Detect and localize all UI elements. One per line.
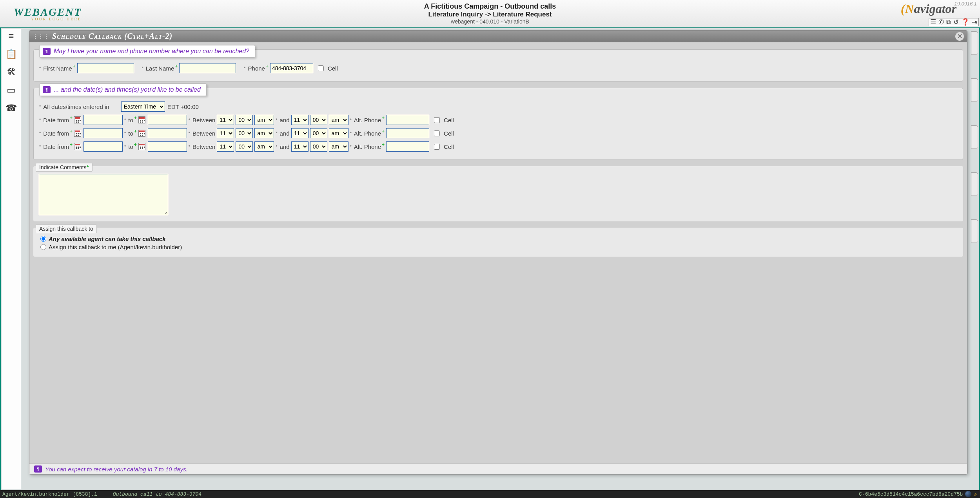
app-logo-left: WEBAGENT YOUR LOGO HERE [14,6,82,21]
list-icon[interactable]: ☰ [930,19,936,25]
window-icon[interactable]: ⧉ [946,19,951,25]
version-label: 19.0916.1 [954,1,977,7]
app-logo-right: (Navigator [901,2,956,16]
help-icon[interactable]: ❓ [961,19,969,25]
history-icon[interactable]: ↺ [953,19,959,25]
campaign-title: A Fictitious Campaign - Outbound calls [424,2,556,11]
header-iconbar: ☰ ✆ ⧉ ↺ ❓ ⇥ [929,18,979,26]
variation-link[interactable]: webagent - 040.010 - VariationB [424,18,556,25]
phone-icon[interactable]: ✆ [938,19,944,25]
header-center: A Fictitious Campaign - Outbound calls L… [424,2,556,25]
app-header: WEBAGENT YOUR LOGO HERE A Fictitious Cam… [0,0,980,27]
flow-title: Literature Inquiry -> Literature Request [424,11,556,18]
exit-icon[interactable]: ⇥ [972,19,977,25]
